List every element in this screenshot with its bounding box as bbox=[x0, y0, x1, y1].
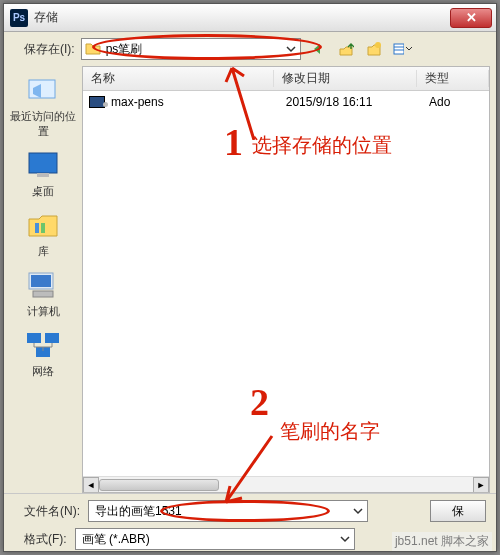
horizontal-scrollbar[interactable]: ◄ ► bbox=[83, 476, 489, 492]
recent-places-icon bbox=[23, 74, 63, 106]
new-folder-icon bbox=[366, 41, 382, 57]
column-type[interactable]: 类型 bbox=[417, 70, 489, 87]
scroll-right-arrow[interactable]: ► bbox=[473, 477, 489, 493]
column-name[interactable]: 名称 bbox=[83, 70, 274, 87]
format-value: 画笔 (*.ABR) bbox=[82, 531, 150, 548]
svg-rect-5 bbox=[29, 153, 57, 173]
abr-file-icon bbox=[89, 96, 105, 108]
sidebar-item-library[interactable]: 库 bbox=[8, 209, 78, 259]
format-label: 格式(F): bbox=[24, 531, 67, 548]
chevron-down-icon[interactable] bbox=[352, 505, 364, 517]
filename-value: 导出的画笔1531 bbox=[95, 503, 182, 520]
svg-point-0 bbox=[375, 42, 381, 48]
back-icon bbox=[310, 41, 326, 57]
file-name: max-pens bbox=[111, 95, 164, 109]
svg-rect-10 bbox=[31, 275, 51, 287]
sidebar-item-label: 网络 bbox=[8, 364, 78, 379]
sidebar-item-network[interactable]: 网络 bbox=[8, 329, 78, 379]
svg-rect-12 bbox=[27, 333, 41, 343]
column-date[interactable]: 修改日期 bbox=[274, 70, 417, 87]
sidebar-item-desktop[interactable]: 桌面 bbox=[8, 149, 78, 199]
library-icon bbox=[23, 209, 63, 241]
scroll-left-arrow[interactable]: ◄ bbox=[83, 477, 99, 493]
file-row[interactable]: max-pens 2015/9/18 16:11 Ado bbox=[83, 91, 489, 113]
svg-rect-6 bbox=[37, 173, 49, 177]
chevron-down-icon[interactable] bbox=[339, 533, 351, 545]
format-input[interactable]: 画笔 (*.ABR) bbox=[75, 528, 355, 550]
filename-input[interactable]: 导出的画笔1531 bbox=[88, 500, 368, 522]
file-type: Ado bbox=[423, 95, 489, 109]
sidebar-item-label: 计算机 bbox=[8, 304, 78, 319]
app-icon: Ps bbox=[10, 9, 28, 27]
path-row: 保存在(I): ps笔刷 bbox=[4, 32, 496, 66]
view-button[interactable] bbox=[391, 38, 413, 60]
window-title: 存储 bbox=[34, 9, 58, 26]
save-button[interactable]: 保 bbox=[430, 500, 486, 522]
svg-rect-7 bbox=[35, 223, 39, 233]
chevron-down-icon bbox=[405, 41, 411, 57]
watermark: jb51.net 脚本之家 bbox=[392, 532, 492, 551]
view-icon bbox=[392, 41, 405, 57]
network-icon bbox=[23, 329, 63, 361]
up-button[interactable] bbox=[335, 38, 357, 60]
svg-rect-8 bbox=[41, 223, 45, 233]
column-headers: 名称 修改日期 类型 bbox=[83, 67, 489, 91]
sidebar-item-recent[interactable]: 最近访问的位置 bbox=[8, 74, 78, 139]
folder-icon bbox=[85, 41, 101, 55]
chevron-down-icon[interactable] bbox=[285, 43, 297, 55]
file-date: 2015/9/18 16:11 bbox=[278, 95, 423, 109]
new-folder-button[interactable] bbox=[363, 38, 385, 60]
close-icon: ✕ bbox=[466, 10, 477, 25]
save-in-label: 保存在(I): bbox=[24, 41, 75, 58]
sidebar-item-computer[interactable]: 计算机 bbox=[8, 269, 78, 319]
up-icon bbox=[338, 41, 354, 57]
computer-icon bbox=[23, 269, 63, 301]
svg-rect-11 bbox=[33, 291, 53, 297]
svg-rect-4 bbox=[29, 80, 55, 98]
filename-label: 文件名(N): bbox=[24, 503, 80, 520]
folder-name: ps笔刷 bbox=[106, 41, 143, 58]
file-listing: 名称 修改日期 类型 max-pens 2015/9/18 16:11 Ado … bbox=[82, 66, 490, 493]
scroll-thumb[interactable] bbox=[99, 479, 219, 491]
places-sidebar: 最近访问的位置 桌面 库 计算机 网络 bbox=[4, 66, 82, 493]
sidebar-item-label: 最近访问的位置 bbox=[8, 109, 78, 139]
title-bar: Ps 存储 ✕ bbox=[4, 4, 496, 32]
back-button[interactable] bbox=[307, 38, 329, 60]
close-button[interactable]: ✕ bbox=[450, 8, 492, 28]
save-in-dropdown[interactable]: ps笔刷 bbox=[81, 38, 301, 60]
sidebar-item-label: 桌面 bbox=[8, 184, 78, 199]
desktop-icon bbox=[23, 149, 63, 181]
sidebar-item-label: 库 bbox=[8, 244, 78, 259]
svg-rect-13 bbox=[45, 333, 59, 343]
svg-rect-1 bbox=[394, 44, 404, 54]
